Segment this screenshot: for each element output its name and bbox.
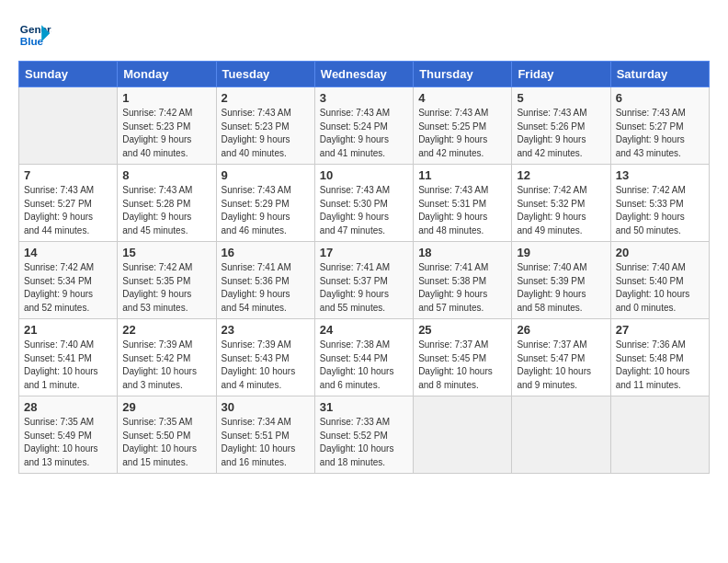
calendar-cell: 31Sunrise: 7:33 AM Sunset: 5:52 PM Dayli…	[314, 396, 413, 474]
day-number: 6	[616, 91, 704, 105]
day-info: Sunrise: 7:37 AM Sunset: 5:45 PM Dayligh…	[418, 339, 506, 392]
day-info: Sunrise: 7:43 AM Sunset: 5:29 PM Dayligh…	[222, 184, 310, 237]
day-info: Sunrise: 7:43 AM Sunset: 5:27 PM Dayligh…	[616, 107, 704, 160]
day-number: 26	[517, 323, 605, 337]
calendar-cell: 24Sunrise: 7:38 AM Sunset: 5:44 PM Dayli…	[314, 319, 413, 396]
calendar-cell: 29Sunrise: 7:35 AM Sunset: 5:50 PM Dayli…	[118, 396, 216, 474]
day-number: 15	[122, 246, 210, 259]
day-info: Sunrise: 7:39 AM Sunset: 5:43 PM Dayligh…	[222, 339, 310, 392]
day-info: Sunrise: 7:36 AM Sunset: 5:48 PM Dayligh…	[616, 339, 704, 392]
weekday-header-sunday: Sunday	[19, 62, 118, 87]
day-number: 8	[122, 168, 210, 182]
day-number: 9	[222, 168, 310, 182]
day-info: Sunrise: 7:33 AM Sunset: 5:52 PM Dayligh…	[320, 416, 408, 469]
day-info: Sunrise: 7:41 AM Sunset: 5:36 PM Dayligh…	[222, 261, 310, 315]
calendar-cell: 5Sunrise: 7:43 AM Sunset: 5:26 PM Daylig…	[512, 87, 610, 165]
day-number: 27	[616, 323, 704, 337]
calendar-cell: 8Sunrise: 7:43 AM Sunset: 5:28 PM Daylig…	[118, 165, 216, 242]
day-number: 25	[418, 323, 506, 337]
day-number: 24	[320, 323, 408, 337]
week-row-1: 7Sunrise: 7:43 AM Sunset: 5:27 PM Daylig…	[19, 165, 710, 242]
weekday-header-monday: Monday	[118, 62, 216, 87]
calendar-cell: 1Sunrise: 7:42 AM Sunset: 5:23 PM Daylig…	[118, 87, 216, 165]
svg-text:Blue: Blue	[20, 35, 44, 47]
day-number: 22	[122, 323, 210, 337]
weekday-header-tuesday: Tuesday	[216, 62, 314, 87]
day-number: 14	[24, 246, 112, 259]
day-number: 2	[222, 91, 310, 105]
day-info: Sunrise: 7:41 AM Sunset: 5:38 PM Dayligh…	[418, 261, 506, 315]
calendar-body: 1Sunrise: 7:42 AM Sunset: 5:23 PM Daylig…	[19, 87, 710, 474]
calendar-cell	[19, 87, 118, 165]
calendar-cell: 9Sunrise: 7:43 AM Sunset: 5:29 PM Daylig…	[216, 165, 314, 242]
calendar-cell: 13Sunrise: 7:42 AM Sunset: 5:33 PM Dayli…	[610, 165, 709, 242]
calendar-cell: 28Sunrise: 7:35 AM Sunset: 5:49 PM Dayli…	[19, 396, 118, 474]
day-info: Sunrise: 7:38 AM Sunset: 5:44 PM Dayligh…	[320, 339, 408, 392]
day-number: 17	[320, 246, 408, 259]
calendar-cell: 23Sunrise: 7:39 AM Sunset: 5:43 PM Dayli…	[216, 319, 314, 396]
calendar-cell: 18Sunrise: 7:41 AM Sunset: 5:38 PM Dayli…	[414, 242, 512, 319]
day-number: 28	[24, 400, 112, 414]
calendar-cell: 26Sunrise: 7:37 AM Sunset: 5:47 PM Dayli…	[512, 319, 610, 396]
week-row-0: 1Sunrise: 7:42 AM Sunset: 5:23 PM Daylig…	[19, 87, 710, 165]
calendar-cell: 27Sunrise: 7:36 AM Sunset: 5:48 PM Dayli…	[610, 319, 709, 396]
calendar-cell: 30Sunrise: 7:34 AM Sunset: 5:51 PM Dayli…	[216, 396, 314, 474]
day-number: 11	[418, 168, 506, 182]
day-info: Sunrise: 7:42 AM Sunset: 5:32 PM Dayligh…	[517, 184, 605, 237]
day-number: 21	[24, 323, 112, 337]
day-number: 19	[517, 246, 605, 259]
calendar-cell: 10Sunrise: 7:43 AM Sunset: 5:30 PM Dayli…	[314, 165, 413, 242]
day-info: Sunrise: 7:42 AM Sunset: 5:34 PM Dayligh…	[24, 261, 112, 315]
calendar-cell: 15Sunrise: 7:42 AM Sunset: 5:35 PM Dayli…	[118, 242, 216, 319]
day-info: Sunrise: 7:40 AM Sunset: 5:39 PM Dayligh…	[517, 261, 605, 315]
day-number: 20	[616, 246, 704, 259]
calendar-cell: 7Sunrise: 7:43 AM Sunset: 5:27 PM Daylig…	[19, 165, 118, 242]
weekday-header-friday: Friday	[512, 62, 610, 87]
day-info: Sunrise: 7:43 AM Sunset: 5:27 PM Dayligh…	[24, 184, 112, 237]
day-number: 12	[517, 168, 605, 182]
day-number: 4	[418, 91, 506, 105]
calendar-cell	[610, 396, 709, 474]
weekday-header-row: SundayMondayTuesdayWednesdayThursdayFrid…	[19, 62, 710, 87]
day-number: 31	[320, 400, 408, 414]
day-number: 30	[222, 400, 310, 414]
calendar-cell: 6Sunrise: 7:43 AM Sunset: 5:27 PM Daylig…	[610, 87, 709, 165]
day-number: 23	[222, 323, 310, 337]
day-info: Sunrise: 7:42 AM Sunset: 5:35 PM Dayligh…	[122, 261, 210, 315]
day-number: 3	[320, 91, 408, 105]
day-info: Sunrise: 7:39 AM Sunset: 5:42 PM Dayligh…	[122, 339, 210, 392]
day-number: 1	[122, 91, 210, 105]
calendar-cell: 11Sunrise: 7:43 AM Sunset: 5:31 PM Dayli…	[414, 165, 512, 242]
day-info: Sunrise: 7:43 AM Sunset: 5:30 PM Dayligh…	[320, 184, 408, 237]
calendar-cell	[512, 396, 610, 474]
day-info: Sunrise: 7:35 AM Sunset: 5:49 PM Dayligh…	[24, 416, 112, 469]
calendar-cell: 14Sunrise: 7:42 AM Sunset: 5:34 PM Dayli…	[19, 242, 118, 319]
day-number: 5	[517, 91, 605, 105]
calendar-cell: 25Sunrise: 7:37 AM Sunset: 5:45 PM Dayli…	[414, 319, 512, 396]
day-info: Sunrise: 7:43 AM Sunset: 5:26 PM Dayligh…	[517, 107, 605, 160]
calendar-cell: 20Sunrise: 7:40 AM Sunset: 5:40 PM Dayli…	[610, 242, 709, 319]
week-row-2: 14Sunrise: 7:42 AM Sunset: 5:34 PM Dayli…	[19, 242, 710, 319]
week-row-4: 28Sunrise: 7:35 AM Sunset: 5:49 PM Dayli…	[19, 396, 710, 474]
day-info: Sunrise: 7:43 AM Sunset: 5:23 PM Dayligh…	[222, 107, 310, 160]
calendar-cell: 12Sunrise: 7:42 AM Sunset: 5:32 PM Dayli…	[512, 165, 610, 242]
day-number: 10	[320, 168, 408, 182]
day-info: Sunrise: 7:43 AM Sunset: 5:24 PM Dayligh…	[320, 107, 408, 160]
logo-icon: General Blue	[18, 18, 51, 52]
calendar-cell: 22Sunrise: 7:39 AM Sunset: 5:42 PM Dayli…	[118, 319, 216, 396]
day-number: 16	[222, 246, 310, 259]
weekday-header-wednesday: Wednesday	[314, 62, 413, 87]
day-info: Sunrise: 7:43 AM Sunset: 5:28 PM Dayligh…	[122, 184, 210, 237]
day-number: 13	[616, 168, 704, 182]
day-info: Sunrise: 7:40 AM Sunset: 5:41 PM Dayligh…	[24, 339, 112, 392]
calendar-cell: 4Sunrise: 7:43 AM Sunset: 5:25 PM Daylig…	[414, 87, 512, 165]
weekday-header-thursday: Thursday	[414, 62, 512, 87]
day-info: Sunrise: 7:42 AM Sunset: 5:33 PM Dayligh…	[616, 184, 704, 237]
calendar-cell: 16Sunrise: 7:41 AM Sunset: 5:36 PM Dayli…	[216, 242, 314, 319]
day-info: Sunrise: 7:40 AM Sunset: 5:40 PM Dayligh…	[616, 261, 704, 315]
calendar-cell	[414, 396, 512, 474]
day-info: Sunrise: 7:34 AM Sunset: 5:51 PM Dayligh…	[222, 416, 310, 469]
page-header: General Blue	[18, 18, 710, 52]
calendar-table: SundayMondayTuesdayWednesdayThursdayFrid…	[18, 61, 710, 474]
calendar-cell: 21Sunrise: 7:40 AM Sunset: 5:41 PM Dayli…	[19, 319, 118, 396]
